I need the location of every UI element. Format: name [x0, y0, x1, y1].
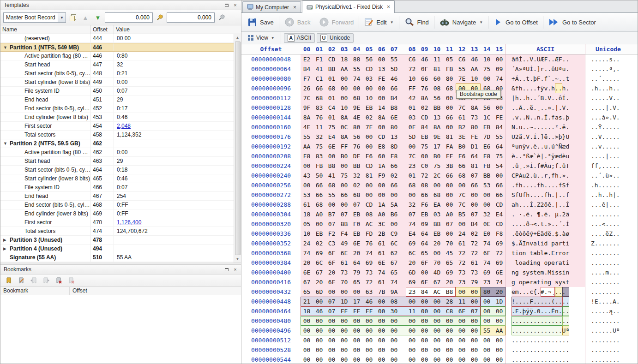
hex-byte[interactable]: 56 — [350, 132, 363, 142]
hex-byte[interactable]: 64 — [350, 258, 363, 268]
hex-byte[interactable]: 42 — [406, 93, 418, 103]
hex-byte[interactable]: 26 — [301, 84, 313, 93]
hex-byte[interactable]: 46 — [388, 74, 400, 84]
hex-byte[interactable]: FF — [406, 84, 418, 93]
hex-offset[interactable]: 00000000336 — [241, 229, 301, 239]
hex-byte[interactable]: E8 — [388, 151, 400, 161]
hex-byte[interactable]: 10 — [363, 93, 375, 103]
hex-byte[interactable]: 1C — [481, 113, 493, 122]
hex-byte[interactable]: 00 — [431, 355, 443, 364]
hex-byte[interactable]: 75 — [338, 171, 350, 180]
hex-byte[interactable]: 61 — [338, 258, 350, 268]
hex-byte[interactable]: 00 — [406, 355, 418, 364]
hex-unicode[interactable]: .....ª,. — [585, 64, 631, 74]
hex-byte[interactable]: DF — [350, 151, 363, 161]
hex-byte[interactable]: 0F — [406, 122, 418, 132]
template-row[interactable]: File system ID4500:07 — [0, 87, 234, 95]
hex-byte[interactable]: 49 — [338, 239, 350, 248]
hex-byte[interactable]: 75 — [431, 161, 443, 171]
hex-byte[interactable]: 66 — [388, 161, 400, 171]
hex-byte[interactable]: 00 — [468, 335, 481, 345]
hex-byte[interactable]: 07 — [468, 209, 481, 219]
hex-byte[interactable]: 6E — [493, 268, 506, 277]
hex-byte[interactable]: 28 — [443, 297, 456, 306]
hex-byte[interactable]: BB — [481, 171, 493, 180]
hex-byte[interactable]: 00 — [388, 326, 400, 335]
hex-byte[interactable]: 0E — [481, 219, 493, 229]
hex-byte[interactable]: 73 — [338, 268, 350, 277]
hex-byte[interactable]: 84 — [418, 122, 431, 132]
hex-byte[interactable]: 32 — [313, 132, 325, 142]
template-row[interactable]: First sector4701,126,400 — [0, 218, 234, 227]
hex-offset[interactable]: 00000000240 — [241, 171, 301, 180]
hex-byte[interactable]: 00 — [313, 335, 325, 345]
hex-unicode[interactable]: ..Ÿ..... — [585, 122, 631, 132]
hex-byte[interactable]: 56 — [363, 54, 375, 64]
hex-byte[interactable]: 00 — [301, 326, 313, 335]
hex-byte[interactable]: 00 — [338, 335, 350, 345]
hex-byte[interactable]: 00 — [443, 200, 456, 209]
hex-byte[interactable]: 00 — [350, 345, 363, 355]
hex-byte[interactable]: 00 — [431, 248, 443, 258]
hex-byte[interactable]: 00 — [418, 335, 431, 345]
hex-byte[interactable]: A0 — [375, 209, 388, 219]
hex-byte[interactable]: 14 — [375, 103, 388, 113]
hex-byte[interactable]: 66 — [313, 190, 325, 200]
hex-byte[interactable]: 00 — [468, 345, 481, 355]
ascii-segment[interactable]: SfUfh....fh.|..f — [512, 190, 569, 200]
hex-byte[interactable]: 72 — [418, 171, 431, 180]
template-row[interactable]: Start sector (bits 0-5), cylin...4640:18 — [0, 166, 234, 174]
hex-byte[interactable]: B8 — [443, 287, 456, 297]
new-template-button[interactable] — [67, 12, 78, 23]
ascii-segment[interactable]: ÷Á..t.þF.f`.~..t — [512, 74, 569, 84]
hex-offset[interactable]: 00000000416 — [241, 277, 301, 287]
ascii-segment[interactable]: .ëòôëý+Éädë.$.àø — [512, 229, 569, 239]
hex-byte[interactable]: 7C — [456, 190, 468, 200]
hex-byte[interactable]: 00 — [456, 345, 468, 355]
hex-byte[interactable]: 6F — [481, 248, 493, 258]
column-header-bookmark[interactable]: Bookmark — [0, 287, 70, 295]
hex-unicode[interactable]: ........ — [585, 355, 631, 364]
hex-byte[interactable]: 69 — [493, 239, 506, 248]
hex-byte[interactable]: 03 — [363, 74, 375, 84]
hex-byte[interactable]: CD — [363, 200, 375, 209]
hex-offset[interactable]: 00000000096 — [241, 84, 301, 93]
hex-byte[interactable]: 55 — [325, 190, 338, 200]
hex-byte[interactable]: 0C — [338, 122, 350, 132]
hex-offset[interactable]: 00000000400 — [241, 268, 301, 277]
hex-byte[interactable]: 69 — [493, 258, 506, 268]
hex-byte[interactable]: 74 — [363, 248, 375, 258]
hex-byte[interactable]: 00 — [375, 84, 388, 93]
hex-byte[interactable]: 83 — [313, 151, 325, 161]
hex-byte[interactable]: 4D — [431, 268, 443, 277]
hex-byte[interactable]: 00 — [431, 180, 443, 190]
hex-byte[interactable]: F9 — [375, 171, 388, 180]
ascii-segment[interactable]: !....F.....(.. — [512, 297, 562, 306]
edit-button[interactable]: Edit ▼ — [360, 16, 397, 29]
hex-byte[interactable]: EB — [431, 229, 443, 239]
hex-byte[interactable]: F7 — [301, 74, 313, 84]
hex-byte[interactable]: 00 — [481, 200, 493, 209]
next-bookmark-button[interactable] — [42, 276, 51, 285]
hex-byte[interactable]: B6 — [388, 209, 400, 219]
hex-byte[interactable]: 84 — [493, 122, 506, 132]
hex-byte[interactable]: E4 — [406, 229, 418, 239]
forward-button[interactable]: Forward — [315, 15, 358, 29]
hex-byte[interactable]: 01 — [406, 171, 418, 180]
hex-byte[interactable]: B7 — [325, 209, 338, 219]
hex-byte[interactable]: 00 — [350, 287, 363, 297]
ascii-segment[interactable]: U2ä.V.Í.]ë..>þ}U — [512, 132, 569, 142]
hex-byte[interactable]: 67 — [431, 277, 443, 287]
hex-byte[interactable]: FF — [338, 142, 350, 151]
hex-byte[interactable]: A0 — [443, 209, 456, 219]
hex-byte[interactable]: 72 — [406, 64, 418, 74]
hex-byte[interactable]: 74 — [388, 277, 400, 287]
hex-byte[interactable]: AA — [468, 64, 481, 74]
hex-byte[interactable]: 00 — [493, 345, 506, 355]
hex-byte[interactable]: B5 — [456, 209, 468, 219]
hex-byte[interactable]: 00 — [375, 180, 388, 190]
hex-byte[interactable]: 07 — [406, 209, 418, 219]
hex-byte[interactable]: 68 — [325, 180, 338, 190]
hex-byte[interactable]: 00 — [338, 200, 350, 209]
column-header-offset[interactable]: Offset — [91, 25, 114, 34]
